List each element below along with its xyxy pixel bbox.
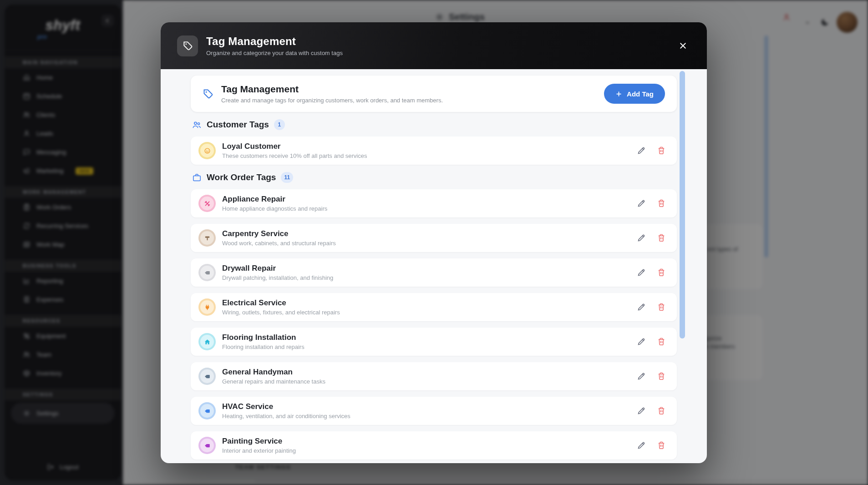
tag-description: Heating, ventilation, and air conditioni… <box>222 413 350 419</box>
edit-tag-button[interactable] <box>637 268 646 277</box>
edit-tag-button[interactable] <box>637 337 646 346</box>
trash-icon <box>657 406 666 415</box>
add-tag-button[interactable]: Add Tag <box>604 84 665 104</box>
tagdot-icon <box>200 369 214 383</box>
tag-name: Drywall Repair <box>222 264 333 273</box>
edit-tag-button[interactable] <box>637 199 646 208</box>
users-icon <box>23 111 30 119</box>
sidebar-item-label: Marketing <box>36 167 63 174</box>
intro-subtitle: Create and manage tags for organizing cu… <box>221 97 443 104</box>
sidebar-item-settings[interactable]: Settings <box>11 403 115 424</box>
sidebar-item-home[interactable]: Home <box>5 68 121 87</box>
close-icon <box>678 41 688 51</box>
sidebar-item-team[interactable]: Team <box>5 345 121 364</box>
sidebar-section-label-settings: SETTINGS <box>5 389 121 400</box>
briefcase-icon <box>192 173 202 182</box>
delete-tag-button[interactable] <box>657 146 666 155</box>
sidebar: shyft pro MAIN NAVIGATION Home Schedule … <box>5 5 121 480</box>
tag-description: General repairs and maintenance tasks <box>222 378 325 385</box>
tag-icon <box>177 35 198 56</box>
sidebar-item-reporting[interactable]: Reporting <box>5 272 121 290</box>
sidebar-item-inventory[interactable]: Inventory <box>5 364 121 383</box>
tag-management-intro-card: Tag Management Create and manage tags fo… <box>191 76 677 112</box>
modal-scrollbar-thumb[interactable] <box>680 71 685 338</box>
section-label: Work Order Tags <box>207 172 276 182</box>
sidebar-item-label: Work Map <box>36 241 64 248</box>
delete-tag-button[interactable] <box>657 406 666 415</box>
app-logo: shyft pro <box>5 5 121 51</box>
sidebar-item-clients[interactable]: Clients <box>5 106 121 124</box>
user-avatar[interactable] <box>837 12 858 33</box>
delete-tag-button[interactable] <box>657 372 666 381</box>
sidebar-item-work-orders[interactable]: Work Orders <box>5 198 121 217</box>
gear-icon <box>435 12 444 22</box>
edit-tag-button[interactable] <box>637 303 646 312</box>
plus-icon <box>615 91 622 97</box>
sidebar-section-label-main-navigation: MAIN NAVIGATION <box>5 56 121 68</box>
tag-row-carpentry-service: Carpentry Service Wood work, cabinets, a… <box>191 224 677 252</box>
notification-person-icon[interactable] <box>782 13 791 22</box>
sidebar-item-label: Reporting <box>36 278 63 284</box>
tag-description: Home appliance diagnostics and repairs <box>222 205 327 212</box>
page-scrollbar-thumb[interactable] <box>764 35 768 258</box>
delete-tag-button[interactable] <box>657 233 666 242</box>
pencil-icon <box>637 199 646 208</box>
sidebar-item-expenses[interactable]: Expenses <box>5 290 121 309</box>
sidebar-item-leads[interactable]: Leads <box>5 124 121 143</box>
trash-icon <box>657 268 666 277</box>
sidebar-item-label: Equipment <box>36 333 66 339</box>
tag-row-drywall-repair: Drywall Repair Drywall patching, install… <box>191 258 677 287</box>
pencil-icon <box>637 441 646 450</box>
logout-icon <box>47 463 55 471</box>
modal-body: Tag Management Create and manage tags fo… <box>161 69 707 463</box>
delete-tag-button[interactable] <box>657 199 666 208</box>
tag-name: Carpentry Service <box>222 229 336 238</box>
delete-tag-button[interactable] <box>657 337 666 346</box>
pencil-icon <box>637 406 646 415</box>
map-icon <box>23 241 30 248</box>
tag-description: Wiring, outlets, fixtures, and electrica… <box>222 309 340 316</box>
edit-tag-button[interactable] <box>637 372 646 381</box>
sidebar-item-label: Home <box>36 74 53 81</box>
logout-button[interactable]: Logout <box>5 463 121 471</box>
sidebar-item-label: Settings <box>36 410 59 417</box>
modal-subtitle: Organize and categorize your data with c… <box>206 50 343 56</box>
logout-label: Logout <box>60 464 78 470</box>
divider <box>255 480 868 481</box>
modal-header: Tag Management Organize and categorize y… <box>161 22 707 69</box>
sidebar-item-equipment[interactable]: Equipment <box>5 327 121 345</box>
section-label: Customer Tags <box>207 120 269 130</box>
tools-icon <box>200 197 214 210</box>
close-button[interactable] <box>675 38 690 53</box>
edit-tag-button[interactable] <box>637 441 646 450</box>
logo-pro-text: pro <box>5 33 121 40</box>
edit-tag-button[interactable] <box>637 146 646 155</box>
delete-tag-button[interactable] <box>657 441 666 450</box>
sidebar-item-work-map[interactable]: Work Map <box>5 235 121 254</box>
delete-tag-button[interactable] <box>657 303 666 312</box>
sidebar-collapse-button[interactable] <box>102 15 114 27</box>
dark-mode-moon-icon[interactable] <box>820 17 830 27</box>
section-count-badge: 1 <box>274 119 285 130</box>
house-icon <box>200 335 214 349</box>
tag-sections: Customer Tags 1 Loyal Customer These cus… <box>191 119 677 460</box>
sidebar-item-messaging[interactable]: Messaging <box>5 143 121 162</box>
sidebar-item-schedule[interactable]: Schedule <box>5 87 121 106</box>
receipt-icon <box>23 296 30 303</box>
edit-tag-button[interactable] <box>637 233 646 242</box>
trash-icon <box>657 337 666 346</box>
sidebar-item-recurring-services[interactable]: Recurring Services <box>5 217 121 235</box>
chevron-down-icon[interactable] <box>805 20 810 25</box>
section-header-work-order-tags: Work Order Tags 11 <box>191 172 677 183</box>
tag-row-painting-service: Painting Service Interior and exterior p… <box>191 431 677 460</box>
person-icon <box>23 130 30 137</box>
trash-icon <box>657 303 666 312</box>
sidebar-item-marketing[interactable]: Marketing NEW <box>5 162 121 180</box>
pencil-icon <box>637 233 646 242</box>
section-header-customer-tags: Customer Tags 1 <box>191 119 677 130</box>
tag-row-general-handyman: General Handyman General repairs and mai… <box>191 362 677 390</box>
sidebar-item-label: Leads <box>36 130 53 137</box>
edit-tag-button[interactable] <box>637 406 646 415</box>
delete-tag-button[interactable] <box>657 268 666 277</box>
modal-title: Tag Management <box>206 35 343 48</box>
